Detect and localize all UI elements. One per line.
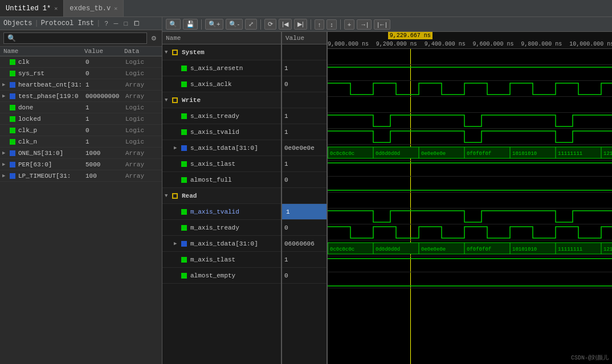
left-signal-row[interactable]: ▶test_phase[119:0000000000Array [0,91,162,102]
wave-signal-label: s_axis_tready [190,113,279,120]
add-wave-btn[interactable]: ↑ [315,19,325,30]
signal-value: 0 [85,70,125,77]
wave-name-row[interactable]: m_axis_tready [162,220,281,236]
signal-icon [9,81,17,88]
group-indicator [172,97,178,103]
search-input[interactable] [3,32,147,44]
save-toolbar-btn[interactable]: 💾 [183,19,198,30]
left-signal-row[interactable]: clk0Logic [0,56,162,68]
signal-data-type: Logic [125,59,160,66]
signal-name: clk_n [18,138,85,145]
waveform-svg [328,113,612,128]
wave-name-row[interactable]: m_axis_tlast [162,252,281,268]
signal-data-type: Logic [125,127,160,134]
signal-icon [9,173,17,179]
group-indicator [172,50,178,55]
wave-value-row: 1 [282,60,327,76]
wave-name-row[interactable]: m_axis_tvalid [162,204,281,220]
align-center-btn[interactable]: |←| [374,19,390,30]
waveform-canvas[interactable]: 9,229.667 ns 9,000.000 ns9,200.000 ns9,4… [328,32,612,364]
objects-tab[interactable]: Objects [3,19,32,27]
time-ruler: 9,229.667 ns 9,000.000 ns9,200.000 ns9,4… [328,32,612,49]
expand-arrow[interactable]: ▶ [2,161,9,167]
wave-name-row[interactable]: ▼Read [162,188,281,204]
group-expand-arrow[interactable]: ▼ [165,193,170,199]
svg-text:0f0f0f0f: 0f0f0f0f [467,247,491,252]
minimize-button[interactable]: ─ [112,19,120,27]
signal-type-icon [181,177,187,183]
tab-untitled-close[interactable]: ✕ [54,5,58,12]
left-signal-row[interactable]: ▶PER[63:0]5000Array [0,159,162,170]
signal-data-type: Array [125,161,160,168]
wave-name-row[interactable]: ▶m_axis_tdata[31:0] [162,236,281,252]
wave-name-row[interactable]: ▼Write [162,92,281,108]
signal-name: heartbeat_cnt[31: [18,81,85,88]
signal-type-icon [181,129,187,135]
waveform-toolbar: 🔍 💾 🔍+ 🔍- ⤢ ⟳ |◀ ▶| ↑ ↕ + →| |←| [162,17,612,32]
signal-icon [9,138,17,145]
cursor-time-label: 9,229.667 ns [388,32,433,39]
signal-icon [9,59,17,66]
zoom-fit-btn[interactable]: ⤢ [245,19,257,30]
time-marker: 9,400.000 ns [425,41,466,47]
wave-name-row[interactable]: ▶s_axis_tdata[31:0] [162,140,281,156]
waveform-row [328,97,612,113]
expand-arrow[interactable]: ▶ [2,173,9,179]
align-right-btn[interactable]: →| [357,19,372,30]
left-signal-row[interactable]: clk_p0Logic [0,125,162,136]
wave-name-row[interactable]: almost_full [162,172,281,188]
wave-signal-label: m_axis_tready [190,224,279,231]
signal-name: done [18,104,85,111]
maximize-button[interactable]: ⧠ [132,19,141,27]
help-button[interactable]: ? [103,19,109,27]
group-expand-arrow[interactable]: ▼ [165,97,170,103]
next-edge-btn[interactable]: ▶| [294,19,307,30]
wave-name-row[interactable]: s_axis_tlast [162,156,281,172]
wave-name-row[interactable]: s_axis_aresetn [162,60,281,76]
svg-text:0c0c0c0c: 0c0c0c0c [330,247,354,252]
search-toolbar-btn[interactable]: 🔍 [166,19,181,30]
signal-name: LP_TIMEOUT[31: [18,173,85,179]
signal-value: 1 [85,81,125,88]
add-ref-btn[interactable]: ↕ [327,19,337,30]
wave-name-row[interactable]: s_axis_aclk [162,76,281,92]
expand-arrow[interactable]: ▶ [2,81,9,88]
left-signal-row[interactable]: sys_rst0Logic [0,68,162,79]
group-expand-arrow[interactable]: ▼ [165,50,170,55]
signal-expand-arrow[interactable]: ▶ [174,145,179,151]
left-signal-row[interactable]: clk_n1Logic [0,136,162,148]
signal-expand-arrow[interactable]: ▶ [174,240,179,247]
left-signal-row[interactable]: locked1Logic [0,113,162,125]
prev-edge-btn[interactable]: |◀ [279,19,292,30]
left-signal-row[interactable]: ▶LP_TIMEOUT[31:100Array [0,170,162,182]
tab-untitled[interactable]: Untitled 1* ✕ [0,0,64,17]
settings-button[interactable]: ⚙ [149,34,158,43]
signal-type-icon [181,225,187,231]
left-signal-row[interactable]: done1Logic [0,102,162,113]
wave-name-row[interactable]: s_axis_tready [162,108,281,124]
protocol-tab[interactable]: Protocol Inst [41,19,95,27]
wave-signals-area: 0c0c0c0c0d0d0d0d0e0e0e0e0f0f0f0f10101010… [328,49,612,364]
waveform-row [328,193,612,208]
wave-name-row[interactable]: ▼System [162,44,281,60]
zoom-out-btn[interactable]: 🔍- [226,19,243,30]
restore-button[interactable]: □ [122,19,129,27]
wave-name-row[interactable]: almost_empty [162,268,281,284]
left-signal-row[interactable]: ▶ONE_NS[31:0]1000Array [0,148,162,159]
tab-exdes[interactable]: exdes_tb.v ✕ [64,0,124,17]
expand-arrow[interactable]: ▶ [2,150,9,156]
left-signal-row[interactable]: ▶heartbeat_cnt[31:1Array [0,79,162,91]
wave-signal-value: 0 [284,224,288,231]
wave-value-row [282,44,327,60]
cursor-btn[interactable]: ⟳ [264,19,276,30]
wave-name-row[interactable]: s_axis_tvalid [162,124,281,140]
signal-value: 5000 [85,161,125,168]
wave-signal-label: Write [182,97,279,104]
tab-exdes-close[interactable]: ✕ [114,5,117,12]
expand-arrow[interactable]: ▶ [2,93,9,99]
waveform-row [328,81,612,97]
zoom-in-btn[interactable]: 🔍+ [205,19,223,30]
waveform-svg [328,224,612,240]
waveform-row [328,129,612,145]
align-left-btn[interactable]: + [344,19,354,30]
